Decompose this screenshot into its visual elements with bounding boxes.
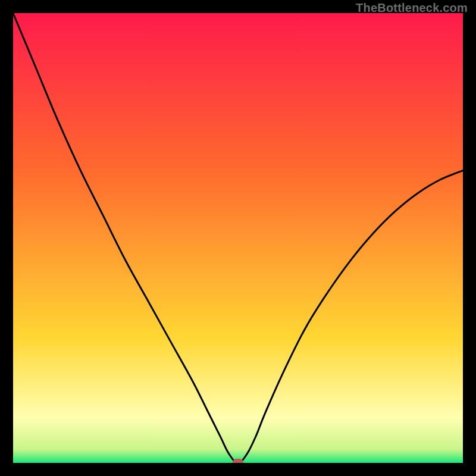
chart-frame: TheBottleneck.com	[0, 0, 476, 476]
plot-area	[13, 13, 463, 463]
optimum-marker	[233, 459, 243, 463]
gradient-rect	[13, 13, 463, 463]
plot-svg	[13, 13, 463, 463]
